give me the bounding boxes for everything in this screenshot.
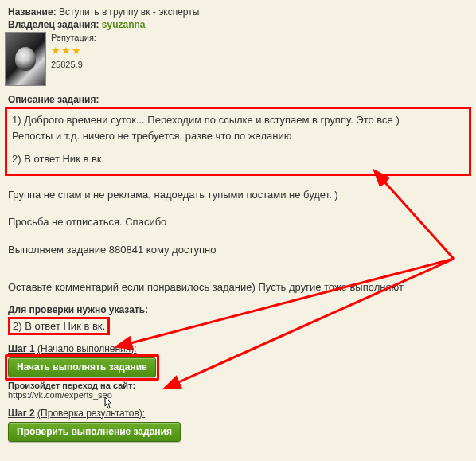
step-1-label: Шаг 1 bbox=[8, 343, 35, 354]
step-2-label: Шаг 2 bbox=[8, 408, 35, 419]
desc-line-2: Репосты и т.д. ничего не требуется, разв… bbox=[12, 128, 464, 144]
reputation-label: Репутация: bbox=[51, 32, 96, 44]
desc-line-3: 2) В ответ Ник в вк. bbox=[12, 151, 464, 167]
reputation-block: Репутация: ★★★ 25825.9 bbox=[51, 32, 96, 71]
start-task-button[interactable]: Начать выполнять задание bbox=[8, 357, 156, 377]
step-1-row: Шаг 1 (Начало выполнения): bbox=[8, 343, 471, 354]
owner-label: Владелец задания: bbox=[8, 19, 99, 30]
desc-extra-4: Оставьте комментарий если понравилось за… bbox=[8, 279, 471, 296]
redirect-label: Произойдет переход на сайт: bbox=[8, 381, 135, 390]
step-2-paren: (Проверка результатов): bbox=[37, 408, 145, 419]
desc-extra-1: Группа не спам и не реклама, надоедать т… bbox=[8, 187, 471, 204]
owner-link[interactable]: syuzanna bbox=[102, 19, 146, 30]
task-title-row: Название: Вступить в группу вк - эксперт… bbox=[8, 6, 471, 18]
step-2-row: Шаг 2 (Проверка результатов): bbox=[8, 408, 471, 419]
redirect-url: https://vk.com/experts_seo bbox=[8, 390, 112, 400]
description-label: Описание задания: bbox=[8, 94, 471, 105]
title-value: Вступить в группу вк - эксперты bbox=[59, 6, 199, 18]
desc-line-1: 1) Доброго времени суток... Переходим по… bbox=[12, 112, 464, 128]
reputation-stars-icon: ★★★ bbox=[51, 44, 96, 58]
avatar[interactable] bbox=[5, 32, 46, 86]
check-requirement-value: 2) В ответ Ник в вк. bbox=[8, 317, 110, 335]
desc-extra-3: Выполняем задание 880841 кому доступно bbox=[8, 242, 471, 259]
description-highlight-box: 1) Доброго времени суток... Переходим по… bbox=[5, 107, 471, 176]
desc-extra-2: Просьба не отписаться. Спасибо bbox=[8, 214, 471, 231]
check-requirement-label: Для проверки нужно указать: bbox=[8, 304, 471, 315]
step-1-paren: (Начало выполнения): bbox=[37, 343, 137, 354]
title-label: Название: bbox=[8, 6, 57, 18]
reputation-value: 25825.9 bbox=[51, 59, 96, 71]
check-task-button[interactable]: Проверить выполнение задания bbox=[8, 422, 181, 442]
owner-row: Владелец задания: syuzanna bbox=[8, 19, 471, 30]
